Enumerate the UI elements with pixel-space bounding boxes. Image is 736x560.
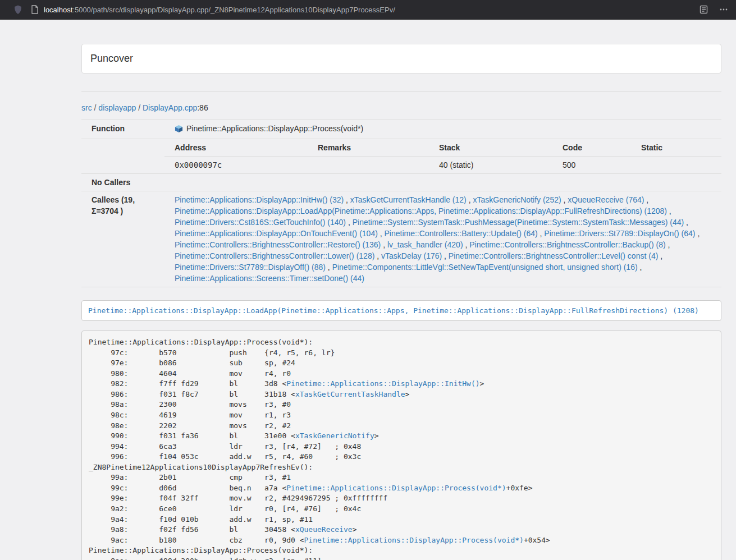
function-row: Function Pinetime::Applications::Display… [81,120,721,139]
symbol-details-table: AddressRemarksStackCodeStatic 0x0000097c… [164,139,721,173]
symbol-link[interactable]: Pinetime::Applications::DisplayApp::Proc… [286,484,506,492]
function-icon [175,125,183,136]
url-path: :5000/path/src/displayapp/DisplayApp.cpp… [72,6,395,14]
symbol-table: Function Pinetime::Applications::Display… [81,120,721,287]
empty-row-header [81,139,164,174]
disassembly-block: Pinetime::Applications::DisplayApp::Proc… [81,331,721,560]
details-value-row: 0x0000097c40 (static)500 [164,157,721,174]
symbol-link[interactable]: Pinetime::Applications::DisplayApp::Proc… [304,536,524,544]
function-name: Pinetime::Applications::DisplayApp::Proc… [186,124,363,133]
breadcrumb: src / displayapp / DisplayApp.cpp:86 [81,102,721,113]
callee-link[interactable]: xTaskGenericNotify (252) [473,195,561,204]
breadcrumb-line-number: :86 [197,103,208,112]
callee-link[interactable]: xTaskGetCurrentTaskHandle (12) [350,195,467,204]
symbol-value: 40 (static) [429,157,552,174]
callee-link[interactable]: Pinetime::Controllers::Battery::Update()… [385,229,538,238]
breadcrumb-separator: / [136,103,143,112]
page-container: Puncover src / displayapp / DisplayApp.c… [81,44,721,560]
symbol-link[interactable]: xTaskGetCurrentTaskHandle [295,390,405,398]
callee-link[interactable]: Pinetime::Components::LittleVgl::SetNewT… [332,263,638,272]
reader-view-icon[interactable] [700,5,708,14]
symbol-value: 500 [552,157,631,174]
column-header: Remarks [308,139,429,157]
symbol-link[interactable]: xTaskGenericNotify [295,432,374,440]
details-header-row: AddressRemarksStackCodeStatic [164,139,721,157]
breadcrumb-link[interactable]: DisplayApp.cpp [143,103,197,112]
column-header: Code [552,139,631,157]
puncover-panel: Puncover [81,44,721,74]
breadcrumb-link[interactable]: displayapp [98,103,136,112]
shield-icon[interactable] [13,5,22,15]
callee-link[interactable]: Pinetime::System::SystemTask::PushMessag… [353,218,684,227]
highlight-box: Pinetime::Applications::DisplayApp::Load… [81,300,721,321]
callee-link[interactable]: Pinetime::Controllers::BrightnessControl… [175,240,381,249]
url-host: localhost [44,6,72,14]
callee-link[interactable]: Pinetime::Drivers::St7789::DisplayOn() (… [544,229,695,238]
menu-icon[interactable] [719,5,728,14]
content-divider [81,91,721,92]
function-label: Function [81,120,164,139]
column-header: Static [631,139,721,157]
callee-link[interactable]: Pinetime::Applications::DisplayApp::Load… [175,206,667,215]
no-callers-label: No Callers [81,174,164,191]
no-callers-row: No Callers [81,174,721,191]
symbol-value [308,157,429,174]
callee-link[interactable]: Pinetime::Applications::DisplayApp::OnTo… [175,229,378,238]
symbol-value [631,157,721,174]
column-header: Address [164,139,308,157]
highlighted-symbol-link[interactable]: Pinetime::Applications::DisplayApp::Load… [88,306,699,315]
details-row: AddressRemarksStackCodeStatic 0x0000097c… [81,139,721,174]
page-title: Puncover [90,53,133,64]
callee-link[interactable]: Pinetime::Applications::DisplayApp::Init… [175,195,344,204]
symbol-link[interactable]: xQueueReceive [295,525,353,534]
callees-row: Callees (19, Σ=3704 ) Pinetime::Applicat… [81,191,721,287]
callee-link[interactable]: Pinetime::Controllers::BrightnessControl… [175,251,374,260]
callee-link[interactable]: Pinetime::Drivers::St7789::DisplayOff() … [175,263,326,272]
callee-link[interactable]: Pinetime::Controllers::BrightnessControl… [469,240,665,249]
callee-link[interactable]: vTaskDelay (176) [381,251,442,260]
callees-label: Callees (19, Σ=3704 ) [81,191,164,287]
symbol-link[interactable]: Pinetime::Applications::DisplayApp::Init… [286,379,479,388]
callee-link[interactable]: Pinetime::Drivers::Cst816S::GetTouchInfo… [175,218,346,227]
callee-link[interactable]: lv_task_handler (420) [387,240,463,249]
callees-cell: Pinetime::Applications::DisplayApp::Init… [164,191,721,287]
page-icon[interactable] [31,5,39,14]
browser-toolbar: localhost:5000/path/src/displayapp/Displ… [0,0,736,20]
breadcrumb-separator: / [92,103,99,112]
symbol-value: 0x0000097c [164,157,308,174]
callee-link[interactable]: Pinetime::Applications::Screens::Timer::… [175,274,364,283]
url-bar[interactable]: localhost:5000/path/src/displayapp/Displ… [44,0,700,20]
callee-link[interactable]: xQueueReceive (764) [568,195,644,204]
column-header: Stack [429,139,552,157]
callee-link[interactable]: Pinetime::Controllers::BrightnessControl… [449,251,658,260]
breadcrumb-link[interactable]: src [81,103,92,112]
